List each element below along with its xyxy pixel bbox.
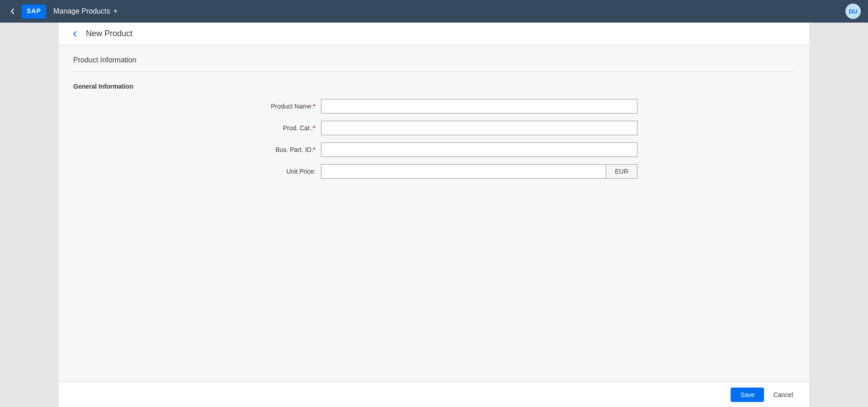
- page-title: New Product: [86, 29, 132, 38]
- page-back-button[interactable]: [70, 28, 80, 39]
- right-sidebar: [809, 23, 868, 407]
- unit-price-input[interactable]: [321, 164, 606, 179]
- app-header: SAP Manage Products ▼ DU: [0, 0, 868, 23]
- svg-text:SAP: SAP: [27, 7, 41, 14]
- sap-logo: SAP: [22, 5, 46, 19]
- prod-cat-label: Prod. Cat.:*: [231, 124, 321, 132]
- app-title[interactable]: Manage Products ▼: [53, 7, 118, 15]
- prod-cat-input[interactable]: [321, 121, 637, 135]
- user-avatar[interactable]: DU: [845, 4, 861, 19]
- subsection-title: General Information: [73, 83, 795, 90]
- left-sidebar: [0, 23, 59, 407]
- product-name-row: Product Name:*: [231, 99, 637, 114]
- product-name-label: Product Name:*: [231, 103, 321, 110]
- page-wrapper: New Product Product Information General …: [0, 23, 868, 407]
- cancel-button[interactable]: Cancel: [768, 388, 798, 402]
- unit-price-label: Unit Price:: [231, 168, 321, 175]
- header-back-button[interactable]: [7, 6, 18, 17]
- bus-part-id-row: Bus. Part. ID:*: [231, 142, 637, 157]
- prod-cat-row: Prod. Cat.:*: [231, 121, 637, 135]
- section-divider: [73, 71, 795, 72]
- sap-logo-text: SAP: [22, 5, 46, 19]
- app-title-dropdown-icon: ▼: [113, 8, 118, 14]
- bus-part-id-label: Bus. Part. ID:*: [231, 146, 321, 153]
- currency-label: EUR: [606, 164, 637, 179]
- product-name-input[interactable]: [321, 99, 637, 114]
- save-button[interactable]: Save: [731, 388, 764, 402]
- form-grid: Product Name:* Prod. Cat.:* Bus. Part. I…: [231, 99, 637, 179]
- bus-part-id-input[interactable]: [321, 142, 637, 157]
- page-footer: Save Cancel: [59, 382, 809, 407]
- page-header: New Product: [59, 23, 809, 45]
- section-title: Product Information: [73, 56, 795, 64]
- app-title-text: Manage Products: [53, 7, 110, 15]
- form-area: Product Information General Information …: [59, 45, 809, 382]
- unit-price-row: Unit Price: EUR: [231, 164, 637, 179]
- unit-price-wrapper: EUR: [321, 164, 637, 179]
- main-content: New Product Product Information General …: [59, 23, 809, 407]
